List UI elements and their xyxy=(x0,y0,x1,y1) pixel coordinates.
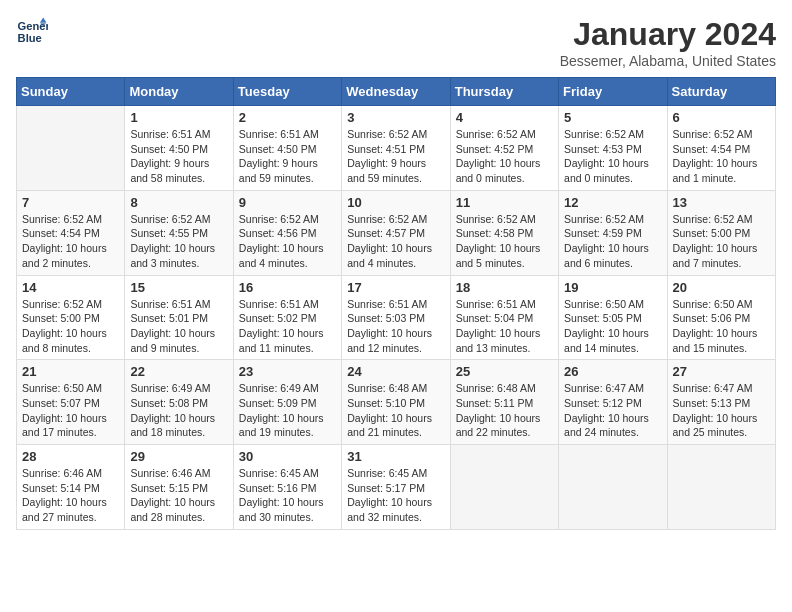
day-info: Sunrise: 6:52 AMSunset: 4:56 PMDaylight:… xyxy=(239,212,336,271)
day-number: 22 xyxy=(130,364,227,379)
day-number: 7 xyxy=(22,195,119,210)
calendar-cell: 14Sunrise: 6:52 AMSunset: 5:00 PMDayligh… xyxy=(17,275,125,360)
day-number: 24 xyxy=(347,364,444,379)
weekday-header-thursday: Thursday xyxy=(450,78,558,106)
weekday-header-wednesday: Wednesday xyxy=(342,78,450,106)
calendar-cell xyxy=(17,106,125,191)
day-info: Sunrise: 6:51 AMSunset: 4:50 PMDaylight:… xyxy=(130,127,227,186)
day-info: Sunrise: 6:46 AMSunset: 5:15 PMDaylight:… xyxy=(130,466,227,525)
calendar-cell: 27Sunrise: 6:47 AMSunset: 5:13 PMDayligh… xyxy=(667,360,775,445)
calendar-table: SundayMondayTuesdayWednesdayThursdayFrid… xyxy=(16,77,776,530)
day-number: 3 xyxy=(347,110,444,125)
day-info: Sunrise: 6:45 AMSunset: 5:17 PMDaylight:… xyxy=(347,466,444,525)
calendar-cell: 20Sunrise: 6:50 AMSunset: 5:06 PMDayligh… xyxy=(667,275,775,360)
day-info: Sunrise: 6:52 AMSunset: 4:54 PMDaylight:… xyxy=(673,127,770,186)
day-info: Sunrise: 6:51 AMSunset: 5:03 PMDaylight:… xyxy=(347,297,444,356)
logo: General Blue xyxy=(16,16,48,48)
day-info: Sunrise: 6:49 AMSunset: 5:09 PMDaylight:… xyxy=(239,381,336,440)
calendar-cell: 13Sunrise: 6:52 AMSunset: 5:00 PMDayligh… xyxy=(667,190,775,275)
day-info: Sunrise: 6:52 AMSunset: 4:58 PMDaylight:… xyxy=(456,212,553,271)
calendar-cell xyxy=(450,445,558,530)
day-number: 17 xyxy=(347,280,444,295)
calendar-cell: 29Sunrise: 6:46 AMSunset: 5:15 PMDayligh… xyxy=(125,445,233,530)
day-info: Sunrise: 6:51 AMSunset: 5:02 PMDaylight:… xyxy=(239,297,336,356)
calendar-cell: 1Sunrise: 6:51 AMSunset: 4:50 PMDaylight… xyxy=(125,106,233,191)
calendar-cell: 12Sunrise: 6:52 AMSunset: 4:59 PMDayligh… xyxy=(559,190,667,275)
day-number: 11 xyxy=(456,195,553,210)
day-number: 26 xyxy=(564,364,661,379)
day-info: Sunrise: 6:50 AMSunset: 5:05 PMDaylight:… xyxy=(564,297,661,356)
day-info: Sunrise: 6:46 AMSunset: 5:14 PMDaylight:… xyxy=(22,466,119,525)
title-block: January 2024 Bessemer, Alabama, United S… xyxy=(560,16,776,69)
day-info: Sunrise: 6:52 AMSunset: 4:51 PMDaylight:… xyxy=(347,127,444,186)
calendar-week-5: 28Sunrise: 6:46 AMSunset: 5:14 PMDayligh… xyxy=(17,445,776,530)
calendar-cell: 23Sunrise: 6:49 AMSunset: 5:09 PMDayligh… xyxy=(233,360,341,445)
calendar-cell: 22Sunrise: 6:49 AMSunset: 5:08 PMDayligh… xyxy=(125,360,233,445)
calendar-cell xyxy=(559,445,667,530)
svg-text:Blue: Blue xyxy=(18,32,42,44)
calendar-cell: 28Sunrise: 6:46 AMSunset: 5:14 PMDayligh… xyxy=(17,445,125,530)
day-number: 16 xyxy=(239,280,336,295)
day-number: 9 xyxy=(239,195,336,210)
day-number: 31 xyxy=(347,449,444,464)
day-info: Sunrise: 6:52 AMSunset: 4:55 PMDaylight:… xyxy=(130,212,227,271)
calendar-week-4: 21Sunrise: 6:50 AMSunset: 5:07 PMDayligh… xyxy=(17,360,776,445)
calendar-cell: 10Sunrise: 6:52 AMSunset: 4:57 PMDayligh… xyxy=(342,190,450,275)
day-info: Sunrise: 6:52 AMSunset: 5:00 PMDaylight:… xyxy=(22,297,119,356)
calendar-cell: 9Sunrise: 6:52 AMSunset: 4:56 PMDaylight… xyxy=(233,190,341,275)
calendar-cell: 17Sunrise: 6:51 AMSunset: 5:03 PMDayligh… xyxy=(342,275,450,360)
day-info: Sunrise: 6:52 AMSunset: 4:57 PMDaylight:… xyxy=(347,212,444,271)
day-info: Sunrise: 6:52 AMSunset: 5:00 PMDaylight:… xyxy=(673,212,770,271)
day-number: 30 xyxy=(239,449,336,464)
calendar-cell: 8Sunrise: 6:52 AMSunset: 4:55 PMDaylight… xyxy=(125,190,233,275)
day-number: 10 xyxy=(347,195,444,210)
day-number: 14 xyxy=(22,280,119,295)
day-number: 21 xyxy=(22,364,119,379)
calendar-cell: 15Sunrise: 6:51 AMSunset: 5:01 PMDayligh… xyxy=(125,275,233,360)
day-number: 20 xyxy=(673,280,770,295)
calendar-cell: 31Sunrise: 6:45 AMSunset: 5:17 PMDayligh… xyxy=(342,445,450,530)
day-info: Sunrise: 6:50 AMSunset: 5:07 PMDaylight:… xyxy=(22,381,119,440)
day-info: Sunrise: 6:49 AMSunset: 5:08 PMDaylight:… xyxy=(130,381,227,440)
calendar-cell: 3Sunrise: 6:52 AMSunset: 4:51 PMDaylight… xyxy=(342,106,450,191)
day-info: Sunrise: 6:47 AMSunset: 5:12 PMDaylight:… xyxy=(564,381,661,440)
day-info: Sunrise: 6:51 AMSunset: 4:50 PMDaylight:… xyxy=(239,127,336,186)
day-info: Sunrise: 6:50 AMSunset: 5:06 PMDaylight:… xyxy=(673,297,770,356)
calendar-cell: 18Sunrise: 6:51 AMSunset: 5:04 PMDayligh… xyxy=(450,275,558,360)
calendar-cell: 11Sunrise: 6:52 AMSunset: 4:58 PMDayligh… xyxy=(450,190,558,275)
calendar-week-2: 7Sunrise: 6:52 AMSunset: 4:54 PMDaylight… xyxy=(17,190,776,275)
day-number: 12 xyxy=(564,195,661,210)
day-number: 8 xyxy=(130,195,227,210)
day-number: 6 xyxy=(673,110,770,125)
calendar-body: 1Sunrise: 6:51 AMSunset: 4:50 PMDaylight… xyxy=(17,106,776,530)
day-info: Sunrise: 6:52 AMSunset: 4:52 PMDaylight:… xyxy=(456,127,553,186)
day-info: Sunrise: 6:45 AMSunset: 5:16 PMDaylight:… xyxy=(239,466,336,525)
calendar-cell xyxy=(667,445,775,530)
day-info: Sunrise: 6:48 AMSunset: 5:11 PMDaylight:… xyxy=(456,381,553,440)
page-header: General Blue January 2024 Bessemer, Alab… xyxy=(16,16,776,69)
logo-icon: General Blue xyxy=(16,16,48,48)
calendar-week-1: 1Sunrise: 6:51 AMSunset: 4:50 PMDaylight… xyxy=(17,106,776,191)
calendar-cell: 5Sunrise: 6:52 AMSunset: 4:53 PMDaylight… xyxy=(559,106,667,191)
calendar-cell: 6Sunrise: 6:52 AMSunset: 4:54 PMDaylight… xyxy=(667,106,775,191)
day-info: Sunrise: 6:52 AMSunset: 4:53 PMDaylight:… xyxy=(564,127,661,186)
calendar-cell: 26Sunrise: 6:47 AMSunset: 5:12 PMDayligh… xyxy=(559,360,667,445)
day-info: Sunrise: 6:48 AMSunset: 5:10 PMDaylight:… xyxy=(347,381,444,440)
day-number: 1 xyxy=(130,110,227,125)
calendar-cell: 21Sunrise: 6:50 AMSunset: 5:07 PMDayligh… xyxy=(17,360,125,445)
calendar-cell: 4Sunrise: 6:52 AMSunset: 4:52 PMDaylight… xyxy=(450,106,558,191)
weekday-header-sunday: Sunday xyxy=(17,78,125,106)
day-number: 13 xyxy=(673,195,770,210)
day-number: 27 xyxy=(673,364,770,379)
calendar-cell: 16Sunrise: 6:51 AMSunset: 5:02 PMDayligh… xyxy=(233,275,341,360)
weekday-header-saturday: Saturday xyxy=(667,78,775,106)
day-number: 2 xyxy=(239,110,336,125)
weekday-header-friday: Friday xyxy=(559,78,667,106)
calendar-cell: 19Sunrise: 6:50 AMSunset: 5:05 PMDayligh… xyxy=(559,275,667,360)
day-number: 29 xyxy=(130,449,227,464)
calendar-cell: 7Sunrise: 6:52 AMSunset: 4:54 PMDaylight… xyxy=(17,190,125,275)
day-info: Sunrise: 6:51 AMSunset: 5:01 PMDaylight:… xyxy=(130,297,227,356)
weekday-header-monday: Monday xyxy=(125,78,233,106)
weekday-header-tuesday: Tuesday xyxy=(233,78,341,106)
day-number: 4 xyxy=(456,110,553,125)
